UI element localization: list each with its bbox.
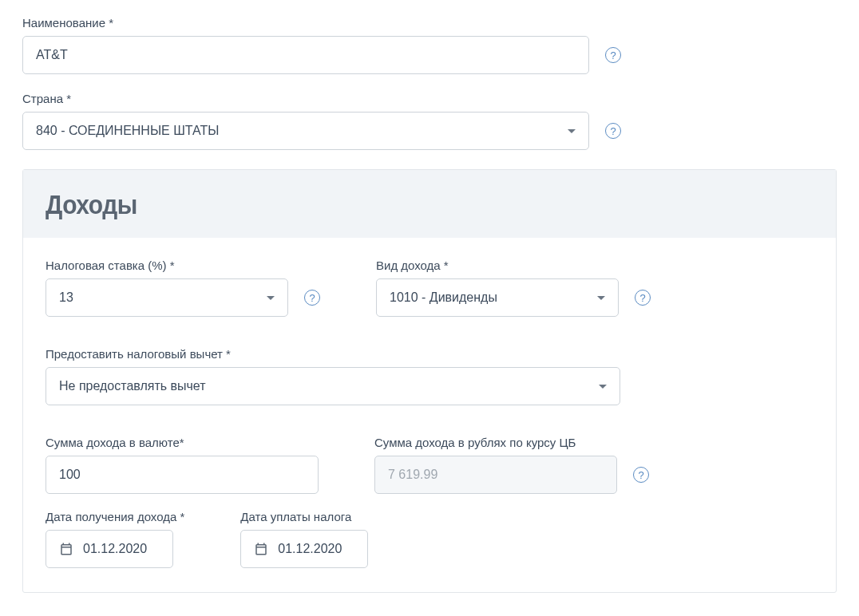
deduction-select[interactable]: Не предоставлять вычет [46,367,620,405]
chevron-down-icon [597,296,605,300]
calendar-icon [59,542,73,556]
date-received-input[interactable]: 01.12.2020 [46,530,173,568]
deduction-value: Не предоставлять вычет [59,379,206,393]
deduction-label: Предоставить налоговый вычет * [46,347,620,361]
country-value: 840 - СОЕДИНЕННЫЕ ШТАТЫ [36,124,219,138]
income-type-label: Вид дохода * [376,259,651,272]
help-icon[interactable] [635,290,651,306]
amount-rub-input [374,456,617,494]
name-label: Наименование * [22,16,837,30]
help-icon[interactable] [633,467,649,483]
tax-rate-value: 13 [59,290,73,305]
income-type-value: 1010 - Дивиденды [390,290,497,305]
help-icon[interactable] [605,47,621,63]
help-icon[interactable] [304,290,320,306]
income-panel: Доходы Налоговая ставка (%) * 13 Вид д [22,169,837,593]
calendar-icon [254,542,268,556]
help-icon[interactable] [605,123,621,139]
income-panel-header: Доходы [23,170,836,238]
tax-rate-label: Налоговая ставка (%) * [46,259,320,272]
name-input[interactable] [22,36,589,74]
date-received-value: 01.12.2020 [83,542,147,556]
date-tax-paid-label: Дата уплаты налога [240,510,368,523]
chevron-down-icon [267,296,275,300]
date-received-label: Дата получения дохода * [46,510,184,523]
tax-rate-select[interactable]: 13 [46,278,288,317]
country-label: Страна * [22,92,837,105]
date-tax-paid-input[interactable]: 01.12.2020 [240,530,368,568]
amount-rub-label: Сумма дохода в рублях по курсу ЦБ [374,436,649,449]
chevron-down-icon [599,385,607,389]
income-panel-title: Доходы [46,189,722,220]
country-select[interactable]: 840 - СОЕДИНЕННЫЕ ШТАТЫ [22,112,589,150]
date-tax-paid-value: 01.12.2020 [278,542,342,556]
amount-currency-input[interactable] [46,456,319,494]
amount-currency-label: Сумма дохода в валюте* [46,436,319,449]
income-type-select[interactable]: 1010 - Дивиденды [376,278,619,317]
chevron-down-icon [568,129,576,133]
